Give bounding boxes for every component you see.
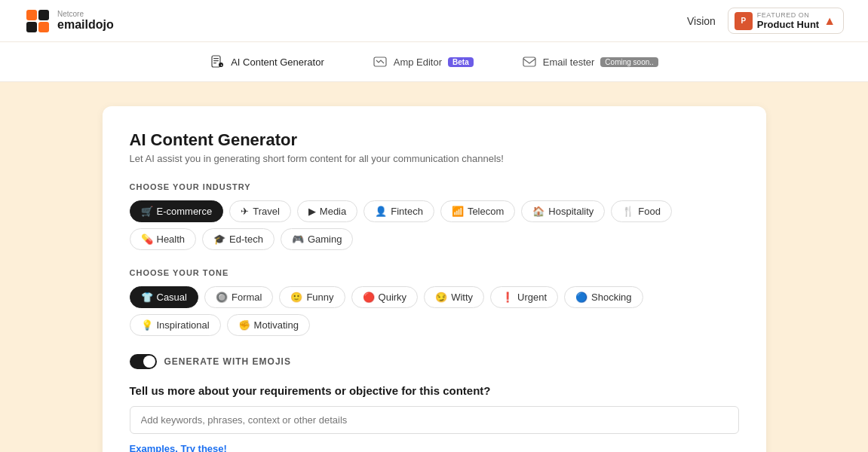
tone-label-motivating: Motivating (254, 319, 299, 331)
svg-rect-12 (523, 57, 535, 66)
logo-icon (24, 8, 51, 35)
logo-top-text: Netcore (57, 10, 114, 18)
industry-chip-health[interactable]: 💊Health (130, 228, 197, 250)
card-subtitle: Let AI assist you in generating short fo… (130, 153, 739, 164)
tone-chips: 👕Casual🔘Formal🙂Funny🔴Quirky😏Witty❗Urgent… (130, 286, 739, 336)
header-right: Vision P FEATURED ON Product Hunt ▲ (687, 8, 844, 34)
ph-arrow-icon: ▲ (824, 14, 836, 28)
question-text: Tell us more about your requirements or … (130, 384, 739, 397)
nav-tabs: ✦ AI Content Generator Amp Editor Beta E… (0, 42, 868, 82)
product-hunt-badge[interactable]: P FEATURED ON Product Hunt ▲ (728, 8, 844, 34)
industry-chip-travel[interactable]: ✈Travel (229, 200, 291, 222)
tone-chip-funny[interactable]: 🙂Funny (279, 286, 345, 308)
coming-soon-badge: Coming soon.. (600, 57, 658, 67)
industry-chip-media[interactable]: ▶Media (297, 200, 357, 222)
vision-link[interactable]: Vision (687, 15, 716, 27)
beta-badge: Beta (448, 57, 474, 67)
tab-ai-content-label: AI Content Generator (231, 56, 324, 68)
industry-icon-media: ▶ (308, 206, 316, 217)
content-card: AI Content Generator Let AI assist you i… (103, 106, 766, 452)
svg-rect-1 (26, 10, 37, 20)
tone-icon-formal: 🔘 (216, 292, 228, 303)
tone-label-witty: Witty (451, 292, 473, 303)
svg-rect-6 (213, 58, 219, 59)
industry-icon-travel: ✈ (241, 206, 249, 217)
tone-chip-motivating[interactable]: ✊Motivating (227, 314, 310, 336)
logo-text: Netcore emaildojo (57, 10, 114, 32)
tone-chip-witty[interactable]: 😏Witty (424, 286, 484, 308)
industry-icon-ecommerce: 🛒 (141, 206, 153, 217)
tab-email-tester[interactable]: Email tester Coming soon.. (522, 54, 658, 69)
emoji-toggle[interactable] (130, 354, 157, 369)
industry-chip-food[interactable]: 🍴Food (611, 200, 672, 222)
emoji-toggle-label: GENERATE WITH EMOJIS (164, 356, 291, 367)
tone-chip-shocking[interactable]: 🔵Shocking (564, 286, 643, 308)
svg-rect-11 (374, 57, 386, 66)
tab-email-tester-label: Email tester (543, 56, 595, 68)
industry-chip-gaming[interactable]: 🎮Gaming (281, 228, 354, 250)
examples-link[interactable]: Examples, Try these! (130, 443, 739, 452)
tab-amp-editor-label: Amp Editor (394, 56, 442, 68)
ph-name-label: Product Hunt (757, 19, 819, 30)
industry-icon-fintech: 👤 (375, 206, 387, 217)
industry-chip-fintech[interactable]: 👤Fintech (363, 200, 434, 222)
amp-editor-icon (373, 54, 388, 69)
tone-label-shocking: Shocking (591, 292, 631, 303)
tone-label-formal: Formal (232, 292, 262, 303)
industry-chip-telecom[interactable]: 📶Telecom (440, 200, 515, 222)
logo-bottom-text: emaildojo (57, 18, 114, 32)
tone-icon-urgent: ❗ (501, 292, 514, 303)
industry-icon-gaming: 🎮 (292, 234, 304, 245)
industry-label-media: Media (320, 206, 346, 217)
tone-chip-inspirational[interactable]: 💡Inspirational (130, 314, 221, 336)
tone-icon-funny: 🙂 (290, 292, 302, 303)
keyword-input[interactable] (130, 406, 739, 434)
industry-icon-telecom: 📶 (452, 206, 464, 217)
industry-label-health: Health (157, 234, 186, 245)
tone-label-inspirational: Inspirational (157, 319, 210, 331)
svg-rect-4 (38, 22, 49, 32)
industry-label-gaming: Gaming (308, 234, 342, 245)
ai-content-icon: ✦ (210, 54, 225, 69)
tone-chip-urgent[interactable]: ❗Urgent (490, 286, 558, 308)
industry-label-food: Food (638, 206, 661, 217)
svg-rect-7 (213, 60, 219, 61)
industry-chip-ecommerce[interactable]: 🛒E-commerce (130, 200, 224, 222)
tone-chip-casual[interactable]: 👕Casual (130, 286, 198, 308)
tone-icon-witty: 😏 (435, 292, 447, 303)
product-hunt-icon: P (735, 12, 753, 30)
tab-ai-content[interactable]: ✦ AI Content Generator (210, 54, 324, 69)
industry-icon-food: 🍴 (622, 206, 634, 217)
industry-icon-ed-tech: 🎓 (213, 234, 225, 245)
card-title: AI Content Generator (130, 130, 739, 150)
emoji-toggle-row: GENERATE WITH EMOJIS (130, 354, 739, 369)
industry-label-travel: Travel (253, 206, 280, 217)
industry-label-ed-tech: Ed-tech (229, 234, 263, 245)
svg-rect-8 (213, 63, 216, 63)
svg-rect-3 (26, 22, 37, 32)
industry-icon-health: 💊 (141, 234, 153, 245)
header: Netcore emaildojo Vision P FEATURED ON P… (0, 0, 868, 42)
toggle-knob (143, 356, 155, 368)
tone-label-funny: Funny (306, 292, 333, 303)
ph-featured-label: FEATURED ON (757, 11, 819, 19)
industry-label-ecommerce: E-commerce (157, 206, 213, 217)
tone-icon-motivating: ✊ (238, 319, 250, 331)
tone-icon-casual: 👕 (141, 292, 153, 303)
svg-rect-2 (38, 10, 49, 20)
industry-label-fintech: Fintech (391, 206, 423, 217)
tone-chip-quirky[interactable]: 🔴Quirky (351, 286, 419, 308)
tone-label-urgent: Urgent (517, 292, 547, 303)
tone-chip-formal[interactable]: 🔘Formal (204, 286, 273, 308)
email-tester-icon (522, 54, 537, 69)
tone-label-casual: Casual (157, 292, 187, 303)
logo: Netcore emaildojo (24, 8, 114, 35)
industry-label-hospitality: Hospitality (548, 206, 593, 217)
industry-chip-hospitality[interactable]: 🏠Hospitality (521, 200, 605, 222)
tab-amp-editor[interactable]: Amp Editor Beta (373, 54, 474, 69)
tone-icon-quirky: 🔴 (363, 292, 375, 303)
tone-icon-inspirational: 💡 (141, 319, 153, 331)
industry-chip-ed-tech[interactable]: 🎓Ed-tech (202, 228, 275, 250)
ph-text: FEATURED ON Product Hunt (757, 11, 819, 30)
industry-chips: 🛒E-commerce✈Travel▶Media👤Fintech📶Telecom… (130, 200, 739, 250)
